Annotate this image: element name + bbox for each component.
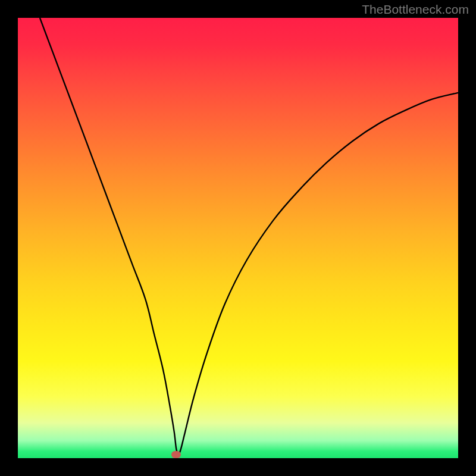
- bottleneck-curve: [18, 18, 458, 458]
- attribution-label: TheBottleneck.com: [362, 2, 469, 17]
- optimum-marker: [171, 451, 181, 458]
- plot-area: [18, 18, 458, 458]
